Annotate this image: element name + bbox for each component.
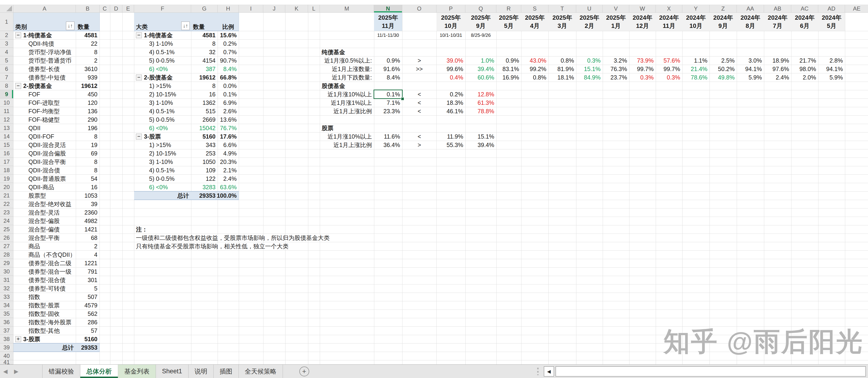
header-ratio[interactable]: 比例 bbox=[218, 23, 239, 31]
row-header-15[interactable]: 15 bbox=[0, 141, 13, 149]
row-count[interactable]: 1053 bbox=[76, 191, 99, 200]
row-count[interactable]: 343 bbox=[191, 141, 218, 149]
analysis-value-Q7[interactable]: 60.6% bbox=[465, 73, 496, 81]
row-header-19[interactable]: 19 bbox=[0, 174, 13, 183]
row-ratio[interactable]: 76.7% bbox=[218, 124, 239, 132]
column-header-B[interactable]: B bbox=[76, 5, 99, 13]
column-header-O[interactable]: O bbox=[402, 5, 436, 13]
row-header-31[interactable]: 31 bbox=[0, 276, 13, 284]
row-header-41[interactable]: 41 bbox=[0, 360, 13, 365]
column-header-AA[interactable]: AA bbox=[737, 5, 764, 13]
row-header-38[interactable]: 38 bbox=[0, 335, 13, 343]
row-label[interactable]: 债券型-中短债 bbox=[13, 73, 76, 81]
analysis-value-AC5[interactable]: 21.7% bbox=[791, 56, 818, 65]
analysis-value-W6[interactable]: 99.7% bbox=[629, 65, 656, 73]
analysis-value-N7[interactable]: 8.4% bbox=[374, 73, 402, 81]
analysis-value-P9[interactable]: 0.2% bbox=[436, 90, 465, 99]
row-count[interactable]: 15042 bbox=[191, 124, 218, 132]
row-count[interactable]: 16 bbox=[76, 183, 99, 191]
row-label[interactable]: 股票型 bbox=[13, 191, 76, 200]
analysis-row-label[interactable]: 近1月涨10%以上 bbox=[299, 132, 374, 141]
row-ratio[interactable]: 0.7% bbox=[218, 48, 239, 56]
month-header-P[interactable]: 2025年10月 bbox=[436, 13, 465, 31]
analysis-value-AD6[interactable]: 94.1% bbox=[818, 65, 845, 73]
row-label[interactable]: −3-股票 bbox=[134, 132, 191, 141]
row-ratio[interactable]: 2.1% bbox=[218, 166, 239, 174]
row-count[interactable]: 54 bbox=[76, 174, 99, 183]
sort-filter-icon[interactable]: ↓↑ bbox=[66, 22, 74, 30]
row-ratio[interactable]: 6.6% bbox=[218, 141, 239, 149]
column-header-AC[interactable]: AC bbox=[791, 5, 818, 13]
row-count[interactable]: 8 bbox=[76, 158, 99, 166]
row-header-33[interactable]: 33 bbox=[0, 293, 13, 301]
scrollbar-splitter-handle[interactable] bbox=[537, 368, 538, 375]
column-header-G[interactable]: G bbox=[191, 5, 218, 13]
row-ratio[interactable]: 15.6% bbox=[218, 31, 239, 39]
sheet-tab-5[interactable]: 说明 bbox=[189, 365, 214, 378]
row-count[interactable]: 8 bbox=[191, 81, 218, 90]
month-header-AA[interactable]: 2024年8月 bbox=[737, 13, 764, 31]
column-header-N[interactable]: N bbox=[374, 5, 402, 13]
row-label[interactable]: QDII-混合偏股 bbox=[13, 149, 76, 158]
row-label[interactable]: QDII-混合平衡 bbox=[13, 158, 76, 166]
row-count[interactable]: 1050 bbox=[191, 158, 218, 166]
row-count[interactable]: 8 bbox=[76, 132, 99, 141]
total-count[interactable]: 29353 bbox=[76, 343, 99, 352]
row-label[interactable]: QDII-商品 bbox=[13, 183, 76, 191]
column-header-AE[interactable]: AE bbox=[845, 5, 868, 13]
row-ratio[interactable]: 6.9% bbox=[218, 99, 239, 107]
collapse-icon[interactable]: − bbox=[136, 32, 142, 38]
row-ratio[interactable]: 17.6% bbox=[218, 132, 239, 141]
row-label[interactable]: 2) 10-15% bbox=[134, 149, 191, 158]
analysis-value-AA7[interactable]: 5.9% bbox=[737, 73, 764, 81]
tab-nav-left-icon[interactable]: ◀ bbox=[0, 365, 11, 378]
row-count[interactable]: 196 bbox=[76, 124, 99, 132]
total-ratio[interactable]: 100.0% bbox=[218, 191, 239, 200]
month-header-R[interactable]: 2025年5月 bbox=[496, 13, 521, 31]
row-label[interactable]: 指数型-其他 bbox=[13, 327, 76, 335]
row-label[interactable]: 混合型-灵活 bbox=[13, 208, 76, 217]
row-count[interactable]: 120 bbox=[76, 99, 99, 107]
row-count[interactable]: 2 bbox=[76, 242, 99, 250]
row-count[interactable]: 1221 bbox=[76, 259, 99, 267]
row-count[interactable]: 4 bbox=[76, 250, 99, 259]
row-label[interactable]: QDII bbox=[13, 124, 76, 132]
row-header-17[interactable]: 17 bbox=[0, 158, 13, 166]
row-header-3[interactable]: 3 bbox=[0, 39, 13, 48]
row-count[interactable]: 286 bbox=[76, 318, 99, 327]
row-count[interactable]: 19612 bbox=[76, 81, 99, 90]
row-label[interactable]: 混合型-偏债 bbox=[13, 225, 76, 234]
row-label[interactable]: FOF-进取型 bbox=[13, 99, 76, 107]
analysis-value-N6[interactable]: 91.6% bbox=[374, 65, 402, 73]
analysis-value-U5[interactable]: 0.3% bbox=[576, 56, 603, 65]
analysis-row-label[interactable]: 近1月涨1%以上 bbox=[299, 99, 374, 107]
row-count[interactable]: 507 bbox=[76, 293, 99, 301]
row-header-9[interactable]: 9 bbox=[0, 90, 13, 99]
row-count[interactable]: 22 bbox=[76, 39, 99, 48]
row-header-12[interactable]: 12 bbox=[0, 115, 13, 124]
analysis-value-AA6[interactable]: 94.1% bbox=[737, 65, 764, 73]
row-count[interactable]: 3610 bbox=[76, 65, 99, 73]
column-header-Q[interactable]: Q bbox=[465, 5, 496, 13]
row-label[interactable]: 5) 0-0.5% bbox=[134, 174, 191, 183]
analysis-value-W5[interactable]: 73.9% bbox=[629, 56, 656, 65]
row-count[interactable]: 290 bbox=[76, 115, 99, 124]
analysis-value-X6[interactable]: 99.7% bbox=[656, 65, 682, 73]
sheet-tab-3[interactable]: 基金列表 bbox=[118, 365, 156, 378]
row-label[interactable]: 混合型-偏股 bbox=[13, 217, 76, 225]
row-ratio[interactable]: 13.6% bbox=[218, 115, 239, 124]
analysis-value-Y6[interactable]: 21.4% bbox=[682, 65, 710, 73]
row-count[interactable]: 5160 bbox=[191, 132, 218, 141]
analysis-value-Q6[interactable]: 39.4% bbox=[465, 65, 496, 73]
row-label[interactable]: −2-股债基金 bbox=[134, 73, 191, 81]
row-label[interactable]: 债券型-长债 bbox=[13, 65, 76, 73]
row-count[interactable]: 32 bbox=[191, 48, 218, 56]
total-label[interactable]: 总计 bbox=[134, 191, 191, 200]
column-header-V[interactable]: V bbox=[603, 5, 629, 13]
column-header-Y[interactable]: Y bbox=[682, 5, 710, 13]
analysis-value-N10[interactable]: 7.1% bbox=[374, 99, 402, 107]
row-count[interactable]: 562 bbox=[76, 310, 99, 318]
sheet-tab-7[interactable]: 全天候策略 bbox=[239, 365, 283, 378]
row-header-37[interactable]: 37 bbox=[0, 327, 13, 335]
column-header-I[interactable]: I bbox=[239, 5, 263, 13]
